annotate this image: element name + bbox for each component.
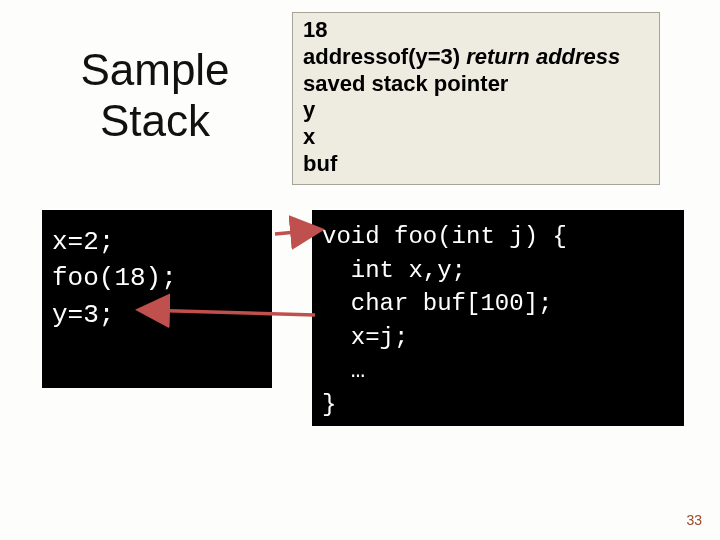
code-line: x=2;: [52, 227, 114, 257]
code-line: y=3;: [52, 300, 114, 330]
code-line: x=j;: [322, 324, 408, 351]
stack-row-saved-sp: saved stack pointer: [303, 71, 649, 98]
code-line: …: [322, 357, 365, 384]
code-line: void foo(int j) {: [322, 223, 567, 250]
code-line: char buf[100];: [322, 290, 552, 317]
caller-code-block: x=2; foo(18); y=3;: [42, 210, 272, 388]
return-address-label: return address: [466, 44, 620, 69]
code-line: int x,y;: [322, 257, 466, 284]
stack-row-x: x: [303, 124, 649, 151]
callee-code-block: void foo(int j) { int x,y; char buf[100]…: [312, 210, 684, 426]
code-line: }: [322, 391, 336, 418]
slide-title: Sample Stack: [45, 45, 265, 146]
page-number: 33: [686, 512, 702, 528]
stack-row-return-address: addressof(y=3) return address: [303, 44, 649, 71]
title-line-2: Stack: [100, 96, 210, 145]
stack-row-buf: buf: [303, 151, 649, 178]
code-line: foo(18);: [52, 263, 177, 293]
stack-row-y: y: [303, 97, 649, 124]
stack-frame-box: 18 addressof(y=3) return address saved s…: [292, 12, 660, 185]
title-line-1: Sample: [80, 45, 229, 94]
stack-row-arg: 18: [303, 17, 649, 44]
